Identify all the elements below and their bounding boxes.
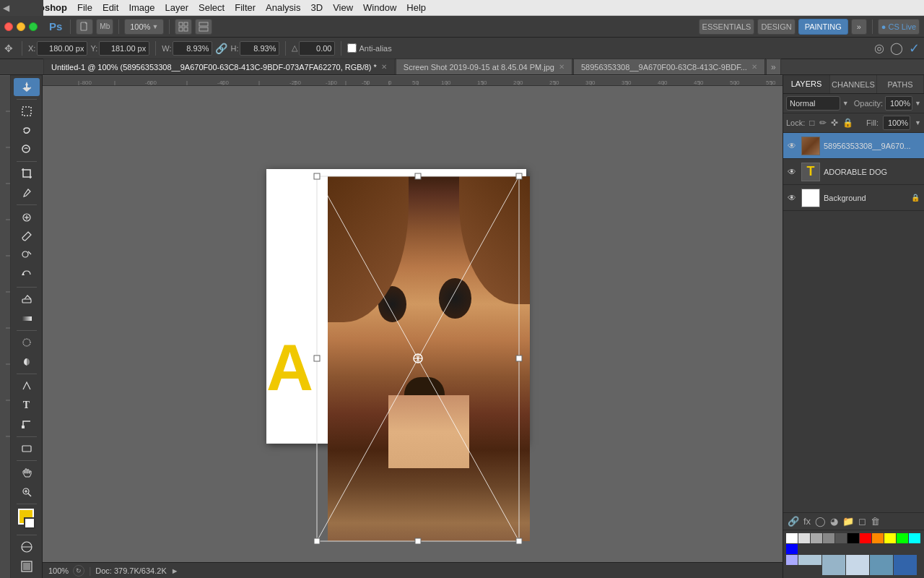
collapse-btn[interactable]: ◀ xyxy=(3,3,9,13)
tab-document-1[interactable]: Untitled-1 @ 100% (58956353308__9A670F00… xyxy=(43,59,395,74)
swatch-dark-blue[interactable] xyxy=(894,555,917,575)
menu-select[interactable]: Select xyxy=(199,2,225,13)
status-arrow-btn[interactable]: ► xyxy=(171,566,179,575)
channels-tab[interactable]: CHANNELS xyxy=(830,75,877,93)
move-tool[interactable] xyxy=(14,78,40,96)
layer-item-1[interactable]: 👁 58956353308__9A670... xyxy=(783,133,924,159)
shape-tool[interactable] xyxy=(14,439,40,457)
transform-handle-bl[interactable] xyxy=(314,538,320,544)
lasso-tool[interactable] xyxy=(14,121,40,139)
marquee-tool[interactable] xyxy=(14,102,40,120)
swatch-black[interactable] xyxy=(847,533,859,543)
maximize-window-btn[interactable] xyxy=(29,22,38,31)
layer-2-visibility[interactable]: 👁 xyxy=(788,167,798,177)
gradient-tool[interactable] xyxy=(14,309,40,327)
tab-1-close[interactable]: ✕ xyxy=(381,63,387,71)
crop-tool[interactable] xyxy=(14,165,40,183)
cs-live-btn[interactable]: ● CS Live xyxy=(878,19,920,35)
menu-filter[interactable]: Filter xyxy=(235,2,256,13)
layer-item-2[interactable]: 👁 T ADORABLE DOG xyxy=(783,159,924,185)
swatch-slate-blue[interactable] xyxy=(822,555,845,575)
tab-2-close[interactable]: ✕ xyxy=(559,63,565,71)
layer-1-visibility[interactable]: 👁 xyxy=(788,141,798,151)
essentials-btn[interactable]: ESSENTIALS xyxy=(699,19,755,35)
dodge-tool[interactable] xyxy=(14,353,40,371)
type-tool[interactable]: T xyxy=(14,396,40,414)
lock-transparency-icon[interactable]: □ xyxy=(809,118,814,128)
cancel-transform-btn[interactable]: ◯ xyxy=(890,41,903,55)
hand-tool[interactable] xyxy=(14,464,40,482)
lock-all-icon[interactable]: 🔒 xyxy=(842,118,853,128)
x-input[interactable] xyxy=(37,41,87,56)
layer-3-visibility[interactable]: 👁 xyxy=(788,193,798,203)
screen-mode-btn[interactable] xyxy=(14,557,40,575)
close-window-btn[interactable] xyxy=(4,22,13,31)
swatch-red[interactable] xyxy=(860,533,871,543)
lock-image-icon[interactable]: ✏ xyxy=(819,118,827,128)
y-input[interactable] xyxy=(99,41,149,56)
anti-alias-checkbox[interactable] xyxy=(347,43,357,53)
link-layers-btn[interactable]: 🔗 xyxy=(788,516,799,527)
swatch-med-blue[interactable] xyxy=(870,555,893,575)
swatch-blue[interactable] xyxy=(786,544,798,554)
zoom-dropdown-btn[interactable]: 100% ▼ xyxy=(124,19,164,35)
angle-input[interactable] xyxy=(299,41,335,56)
menu-edit[interactable]: Edit xyxy=(103,2,118,13)
swatch-lightgray[interactable] xyxy=(798,533,810,543)
swatch-white[interactable] xyxy=(786,533,798,543)
delete-layer-btn[interactable]: 🗑 xyxy=(871,516,880,527)
pen-tool[interactable] xyxy=(14,377,40,395)
design-btn[interactable]: DESIGN xyxy=(757,19,795,35)
swatch-darkgray[interactable] xyxy=(835,533,847,543)
swatch-gray[interactable] xyxy=(811,533,822,543)
quick-select-tool[interactable] xyxy=(14,141,40,159)
background-color[interactable] xyxy=(24,517,35,529)
new-document-btn[interactable] xyxy=(76,19,93,35)
swatch-cyan[interactable] xyxy=(909,533,920,543)
color-swatches[interactable] xyxy=(14,509,40,532)
swatch-lt-blue[interactable] xyxy=(786,555,798,565)
swatch-orange[interactable] xyxy=(872,533,884,543)
layers-tab[interactable]: LAYERS xyxy=(783,75,830,93)
menu-help[interactable]: Help xyxy=(406,2,426,13)
menu-view[interactable]: View xyxy=(333,2,353,13)
menu-file[interactable]: File xyxy=(77,2,92,13)
blend-mode-select[interactable]: Normal xyxy=(786,96,840,111)
h-input[interactable] xyxy=(240,41,279,56)
mini-bridge-btn[interactable]: Mb xyxy=(96,19,113,35)
swatch-medgray[interactable] xyxy=(823,533,834,543)
menu-window[interactable]: Window xyxy=(363,2,396,13)
w-input[interactable] xyxy=(173,41,212,56)
commit-transform-btn[interactable]: ✓ xyxy=(909,40,920,56)
eraser-tool[interactable] xyxy=(14,290,40,309)
paths-tab[interactable]: PATHS xyxy=(877,75,924,93)
group-layers-btn[interactable]: 📁 xyxy=(842,516,854,527)
link-dimensions-icon[interactable]: 🔗 xyxy=(215,43,227,54)
menu-layer[interactable]: Layer xyxy=(165,2,189,13)
swatch-green[interactable] xyxy=(897,533,908,543)
edit-mask-btn[interactable] xyxy=(14,538,40,556)
more-tabs-btn[interactable]: » xyxy=(766,59,781,74)
layer-item-3[interactable]: 👁 Background 🔒 xyxy=(783,185,924,211)
tab-3-close[interactable]: ✕ xyxy=(751,63,757,71)
layer-styles-btn[interactable]: fx xyxy=(803,516,811,527)
eyedropper-tool[interactable] xyxy=(14,184,40,202)
minimize-window-btn[interactable] xyxy=(17,22,25,31)
lock-position-icon[interactable]: ✜ xyxy=(831,118,838,128)
fill-input[interactable] xyxy=(883,116,910,130)
more-workspaces-btn[interactable]: » xyxy=(851,19,867,35)
swatch-yellow[interactable] xyxy=(884,533,896,543)
arrange-btn[interactable] xyxy=(175,19,192,35)
swatch-steel-blue[interactable] xyxy=(798,555,821,565)
new-layer-btn[interactable]: ◻ xyxy=(858,516,866,527)
opacity-input[interactable] xyxy=(885,96,912,111)
menu-image[interactable]: Image xyxy=(128,2,154,13)
anti-alias-label[interactable]: Anti-alias xyxy=(347,43,391,53)
layout-btn[interactable] xyxy=(195,19,212,35)
brush-tool[interactable] xyxy=(14,228,40,246)
target-btn[interactable]: ◎ xyxy=(874,41,884,55)
path-selection-tool[interactable] xyxy=(14,415,40,434)
menu-analysis[interactable]: Analysis xyxy=(266,2,300,13)
zoom-indicator[interactable]: ↻ xyxy=(73,565,84,577)
tab-screenshot[interactable]: Screen Shot 2019-09-15 at 8.45.04 PM.jpg… xyxy=(396,59,572,74)
